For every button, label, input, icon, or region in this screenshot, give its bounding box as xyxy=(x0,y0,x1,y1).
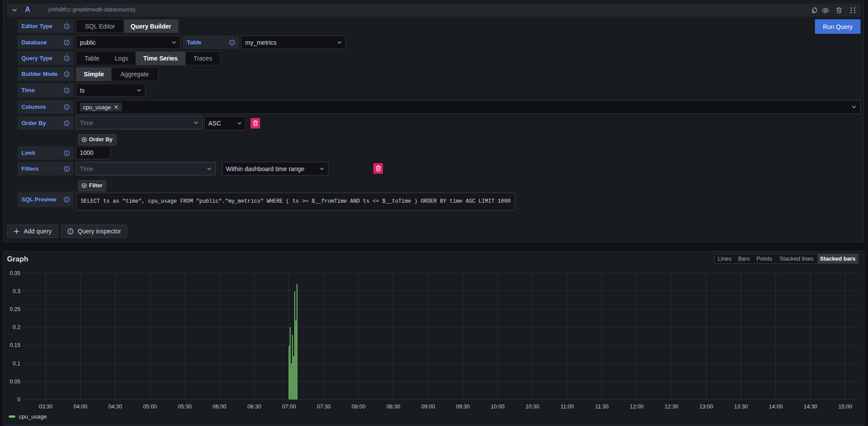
svg-text:06:30: 06:30 xyxy=(247,404,261,410)
svg-text:0: 0 xyxy=(18,397,21,403)
svg-text:14:00: 14:00 xyxy=(769,404,782,410)
svg-text:0.3: 0.3 xyxy=(13,288,20,294)
svg-text:15:00: 15:00 xyxy=(839,404,852,410)
svg-text:14:30: 14:30 xyxy=(804,404,817,410)
svg-text:0.25: 0.25 xyxy=(10,306,20,312)
svg-text:13:30: 13:30 xyxy=(734,404,748,410)
svg-text:06:00: 06:00 xyxy=(213,404,226,410)
svg-text:08:30: 08:30 xyxy=(386,404,400,410)
svg-text:05:00: 05:00 xyxy=(143,404,157,410)
svg-text:0.05: 0.05 xyxy=(10,379,20,385)
svg-text:08:00: 08:00 xyxy=(352,404,365,410)
svg-text:0.35: 0.35 xyxy=(10,270,20,276)
svg-text:11:00: 11:00 xyxy=(561,404,574,410)
svg-text:13:00: 13:00 xyxy=(699,404,713,410)
svg-text:12:00: 12:00 xyxy=(630,404,643,410)
svg-text:12:30: 12:30 xyxy=(664,404,678,410)
svg-text:09:30: 09:30 xyxy=(456,404,470,410)
svg-text:0.1: 0.1 xyxy=(13,361,20,367)
svg-text:11:30: 11:30 xyxy=(595,404,608,410)
svg-text:0.2: 0.2 xyxy=(13,324,20,330)
svg-text:04:00: 04:00 xyxy=(74,404,87,410)
svg-text:04:30: 04:30 xyxy=(108,404,122,410)
svg-text:10:00: 10:00 xyxy=(491,404,504,410)
svg-text:0.15: 0.15 xyxy=(10,342,20,348)
svg-text:05:30: 05:30 xyxy=(178,404,192,410)
svg-text:07:30: 07:30 xyxy=(317,404,331,410)
svg-text:07:00: 07:00 xyxy=(282,404,296,410)
svg-text:10:30: 10:30 xyxy=(525,404,539,410)
svg-text:03:30: 03:30 xyxy=(39,404,52,410)
svg-text:cpu_usage: cpu_usage xyxy=(19,413,47,420)
svg-text:09:00: 09:00 xyxy=(421,404,435,410)
